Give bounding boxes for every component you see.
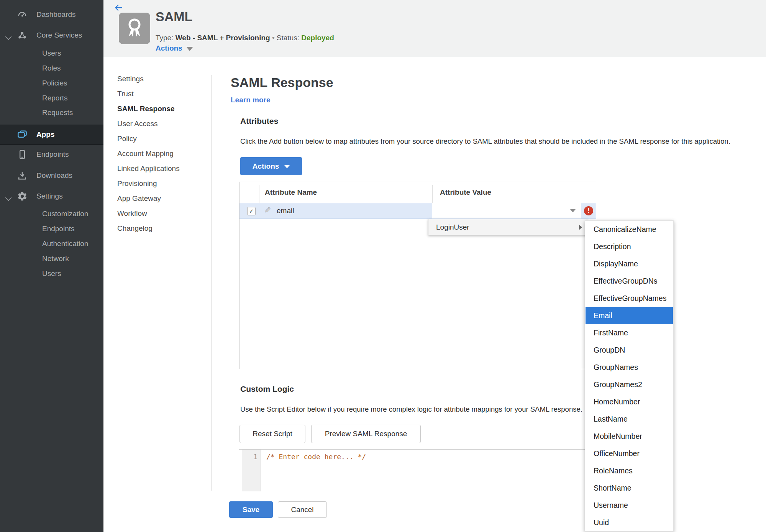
menu-item-officenumber[interactable]: OfficeNumber xyxy=(585,445,673,462)
sidebar-item-label: Customization xyxy=(42,210,88,218)
tab-workflow[interactable]: Workflow xyxy=(117,206,205,221)
sidebar: Dashboards Core Services Users Roles Pol… xyxy=(0,0,103,532)
app-header: SAML Type: Web - SAML + Provisioning • S… xyxy=(103,0,766,57)
menu-item-groupnames2[interactable]: GroupNames2 xyxy=(585,376,673,393)
menu-item-lastname[interactable]: LastName xyxy=(585,410,673,428)
sidebar-item-endpoints[interactable]: Endpoints xyxy=(0,147,103,162)
error-icon: ! xyxy=(584,206,593,215)
menu-item-mobilenumber[interactable]: MobileNumber xyxy=(585,428,673,445)
sidebar-item-requests[interactable]: Requests xyxy=(0,105,103,120)
sidebar-item-users[interactable]: Users xyxy=(0,46,103,61)
status-badge: Deployed xyxy=(301,34,334,42)
column-divider xyxy=(259,185,259,203)
menu-item-groupdn[interactable]: GroupDN xyxy=(585,342,673,359)
cancel-button[interactable]: Cancel xyxy=(278,501,327,518)
reset-script-button[interactable]: Reset Script xyxy=(239,425,305,443)
sidebar-item-roles[interactable]: Roles xyxy=(0,61,103,76)
download-icon xyxy=(16,169,28,182)
tab-linked-applications[interactable]: Linked Applications xyxy=(117,161,205,176)
value-menu-loginuser[interactable]: LoginUser xyxy=(428,219,587,235)
sidebar-item-apps[interactable]: Apps xyxy=(0,124,103,145)
menu-item-homenumber[interactable]: HomeNumber xyxy=(585,393,673,410)
save-button[interactable]: Save xyxy=(229,501,273,518)
dot-separator: • xyxy=(272,34,275,42)
tab-trust[interactable]: Trust xyxy=(117,86,205,101)
menu-item-groupnames[interactable]: GroupNames xyxy=(585,359,673,376)
sidebar-item-customization[interactable]: Customization xyxy=(0,206,103,222)
cancel-label: Cancel xyxy=(291,506,313,514)
menu-item-firstname[interactable]: FirstName xyxy=(585,324,673,342)
sidebar-item-label: Requests xyxy=(42,108,73,117)
sidebar-item-downloads[interactable]: Downloads xyxy=(0,168,103,183)
sidebar-item-users-settings[interactable]: Users xyxy=(0,266,103,281)
editor-code[interactable]: /* Enter code here... */ xyxy=(266,453,366,461)
tab-user-access[interactable]: User Access xyxy=(117,116,205,131)
menu-item-email[interactable]: Email xyxy=(586,307,673,324)
value-menu-label: LoginUser xyxy=(436,223,469,232)
script-editor[interactable]: 1 /* Enter code here... */ xyxy=(239,449,596,491)
sidebar-item-settings[interactable]: Settings xyxy=(0,189,103,204)
chevron-down-icon xyxy=(284,165,290,168)
apps-icon xyxy=(16,128,28,141)
menu-item-rolenames[interactable]: RoleNames xyxy=(585,462,673,479)
chevron-right-icon xyxy=(579,225,582,230)
attribute-value-dropdown[interactable] xyxy=(432,203,581,218)
sidebar-item-reports[interactable]: Reports xyxy=(0,90,103,106)
sidebar-item-dashboards[interactable]: Dashboards xyxy=(0,7,103,22)
sidebar-item-network[interactable]: Network xyxy=(0,251,103,266)
back-arrow-icon[interactable] xyxy=(113,2,123,13)
tab-provisioning[interactable]: Provisioning xyxy=(117,176,205,191)
menu-item-displayname[interactable]: DisplayName xyxy=(585,255,673,273)
column-divider xyxy=(432,185,433,203)
type-value: Web - SAML + Provisioning xyxy=(176,34,270,42)
save-label: Save xyxy=(243,506,259,514)
tab-settings[interactable]: Settings xyxy=(117,71,205,86)
sidebar-item-endpoints-settings[interactable]: Endpoints xyxy=(0,221,103,236)
preview-saml-response-button[interactable]: Preview SAML Response xyxy=(311,425,421,443)
menu-item-description[interactable]: Description xyxy=(585,238,673,255)
app-meta: Type: Web - SAML + Provisioning • Status… xyxy=(156,34,334,42)
menu-item-effectivegroupnames[interactable]: EffectiveGroupNames xyxy=(585,290,673,307)
menu-item-username[interactable]: Username xyxy=(585,497,673,514)
sidebar-item-label: Apps xyxy=(36,130,55,139)
row-checkbox[interactable]: ✓ xyxy=(247,207,256,215)
editor-gutter: 1 xyxy=(242,450,261,491)
tab-changelog[interactable]: Changelog xyxy=(117,221,205,236)
sidebar-item-label: Authentication xyxy=(42,240,88,248)
chevron-down-icon[interactable] xyxy=(6,33,11,38)
chevron-down-icon xyxy=(186,47,193,51)
menu-item-uuid[interactable]: Uuid xyxy=(585,514,673,531)
table-row[interactable]: ✓ ✎ email ! xyxy=(239,203,596,219)
menu-item-effectivegroupdns[interactable]: EffectiveGroupDNs xyxy=(585,273,673,290)
sidebar-item-label: Roles xyxy=(42,64,61,72)
chevron-down-icon[interactable] xyxy=(6,194,11,199)
attributes-table: Attribute Name Attribute Value ✓ ✎ email… xyxy=(239,182,596,369)
sidebar-item-label: Users xyxy=(42,269,61,278)
attributes-actions-label: Actions xyxy=(253,162,279,171)
sidebar-item-label: Dashboards xyxy=(36,10,75,19)
sidebar-item-label: Policies xyxy=(42,79,67,87)
sidebar-item-core-services[interactable]: Core Services xyxy=(0,28,103,43)
sidebar-item-label: Users xyxy=(42,49,61,57)
sidebar-item-label: Reports xyxy=(42,94,68,102)
menu-item-shortname[interactable]: ShortName xyxy=(585,479,673,497)
menu-item-canonicalizename[interactable]: CanonicalizeName xyxy=(585,221,673,238)
custom-logic-heading: Custom Logic xyxy=(240,384,294,394)
tab-saml-response[interactable]: SAML Response xyxy=(117,101,205,116)
tab-policy[interactable]: Policy xyxy=(117,131,205,146)
device-icon xyxy=(16,148,28,161)
attributes-actions-button[interactable]: Actions xyxy=(240,157,302,175)
sidebar-item-policies[interactable]: Policies xyxy=(0,76,103,91)
sidebar-item-authentication[interactable]: Authentication xyxy=(0,236,103,251)
tab-account-mapping[interactable]: Account Mapping xyxy=(117,146,205,161)
attributes-description: Click the Add button below to map attrib… xyxy=(240,137,730,146)
header-actions-menu[interactable]: Actions xyxy=(156,44,193,53)
table-header: Attribute Name Attribute Value xyxy=(239,182,596,203)
page-title: SAML Response xyxy=(231,75,333,90)
tab-app-gateway[interactable]: App Gateway xyxy=(117,191,205,206)
edit-pencil-icon[interactable]: ✎ xyxy=(264,205,271,215)
column-header-attribute-value: Attribute Value xyxy=(440,182,491,203)
line-number: 1 xyxy=(242,450,261,461)
learn-more-link[interactable]: Learn more xyxy=(231,96,270,104)
sidebar-item-label: Core Services xyxy=(36,31,82,39)
